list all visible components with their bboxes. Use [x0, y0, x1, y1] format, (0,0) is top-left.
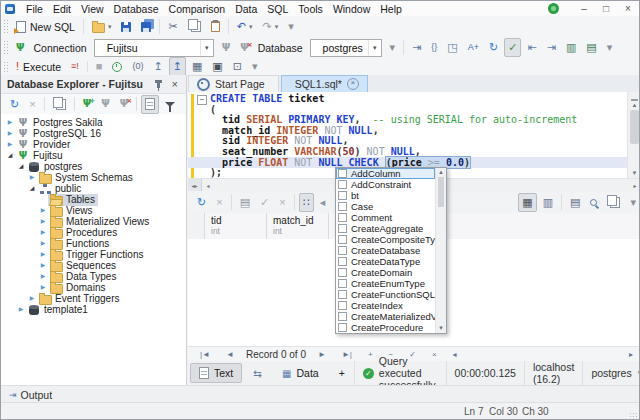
fold-toggle-icon[interactable]: − [197, 95, 207, 105]
resize-grip[interactable] [629, 412, 637, 420]
tree-item-system-schemas[interactable]: ▶System Schemas [1, 172, 186, 183]
new-sql-button[interactable]: New SQL [12, 17, 79, 36]
query-plan-button[interactable] [108, 57, 126, 76]
snippet-checkbox-icon[interactable] [338, 235, 347, 244]
highlight-button[interactable]: ▤ [236, 193, 254, 212]
menu-tools[interactable]: Tools [293, 1, 328, 16]
collapsed-arrow-icon[interactable]: ▶ [38, 271, 48, 282]
column-visibility-button[interactable]: ▤ [566, 193, 584, 212]
surround-braces-icon[interactable]: {} [427, 38, 441, 57]
refresh-button[interactable]: ↻ [6, 95, 23, 114]
open-file-button[interactable]: ▾ [88, 17, 116, 36]
output-tab[interactable]: ⇥ Output [1, 386, 60, 403]
autocomplete-item-createdatatype[interactable]: CreateDataType [336, 256, 435, 267]
revert-changes-button[interactable]: × [275, 193, 289, 212]
tree-item-data-types[interactable]: ▶Data Types [1, 271, 186, 282]
sql-toolbar-options-button[interactable]: ▾ [603, 38, 617, 57]
code-line-1[interactable]: CREATE TABLE ticket [188, 94, 628, 105]
collapsed-arrow-icon[interactable]: ▶ [38, 216, 48, 227]
scroll-up-icon[interactable]: ▲ [436, 168, 446, 177]
grid-options-button[interactable]: ▾ [626, 193, 640, 212]
autocomplete-item-createdomain[interactable]: CreateDomain [336, 267, 435, 278]
snippet-checkbox-icon[interactable] [338, 312, 347, 321]
tree-item-domains[interactable]: ▶Domains [1, 282, 186, 293]
autocomplete-item-createcompositetype[interactable]: CreateCompositeType [336, 234, 435, 245]
tree-item-materialized-views[interactable]: ▶Materialized Views [1, 216, 186, 227]
autocomplete-item-createenumtype[interactable]: CreateEnumType [336, 278, 435, 289]
collapsed-arrow-icon[interactable]: ▶ [5, 139, 15, 150]
autocomplete-item-addcolumn[interactable]: AddColumn [336, 168, 435, 179]
tree-item-tables[interactable]: Tables [1, 194, 186, 205]
incremental-search-button[interactable] [586, 193, 601, 212]
card-view-button[interactable]: ▥ [539, 193, 557, 212]
tree-item-sequences[interactable]: ▶Sequences [1, 260, 186, 271]
expanded-arrow-icon[interactable]: ◢ [5, 150, 15, 161]
export-results-button[interactable]: ↥ [149, 57, 166, 76]
new-window-button[interactable]: ⊡ [229, 57, 246, 76]
snippet-checkbox-icon[interactable] [338, 290, 347, 299]
collapsed-arrow-icon[interactable]: ▶ [38, 238, 48, 249]
tree-item-provider[interactable]: ▶ΨProvider [1, 139, 186, 150]
connect-button[interactable]: Ψ [97, 95, 114, 114]
app-icon[interactable] [5, 4, 15, 14]
uncomment-lines-icon[interactable]: ▤ [582, 38, 600, 57]
collapsed-arrow-icon[interactable]: ▶ [5, 117, 15, 128]
snippet-checkbox-icon[interactable] [338, 246, 347, 255]
save-button[interactable] [117, 17, 135, 36]
execute-toolbar-options-button[interactable]: ▾ [248, 57, 262, 76]
refresh-data-button[interactable]: ↻ [193, 193, 210, 212]
snippet-checkbox-icon[interactable] [338, 224, 347, 233]
snippet-checkbox-icon[interactable] [338, 180, 347, 189]
close-panel-icon[interactable]: × [172, 78, 178, 90]
expanded-arrow-icon[interactable]: ◢ [16, 161, 26, 172]
new-connection-button[interactable]: Ψ+ [79, 95, 96, 114]
import-data-button[interactable]: ↥ [169, 57, 186, 76]
toolbar-options-button[interactable]: ▾ [284, 17, 298, 36]
menu-window[interactable]: Window [328, 1, 375, 16]
tab-text[interactable]: Text [190, 363, 242, 383]
scroll-left-icon[interactable]: ◂ [202, 182, 214, 189]
refresh-code-icon[interactable]: ↻ [485, 38, 502, 57]
database-selector[interactable]: postgres ▾ [582, 361, 640, 385]
font-increase-icon[interactable]: A+ [464, 38, 483, 57]
execute-script-button[interactable]: ≡! [67, 57, 83, 76]
expanded-arrow-icon[interactable]: ◢ [27, 183, 37, 194]
collapse-results-button[interactable]: ◂ [316, 193, 330, 212]
tree-item-template1[interactable]: ▶template1 [1, 304, 186, 315]
comment-lines-icon[interactable]: ▥ [562, 38, 580, 57]
collapsed-arrow-icon[interactable]: ▶ [5, 128, 15, 139]
menu-view[interactable]: View [76, 1, 109, 16]
menu-edit[interactable]: Edit [48, 1, 76, 16]
execute-button[interactable]: !Execute [12, 57, 65, 76]
collapsed-arrow-icon[interactable]: ▶ [27, 293, 37, 304]
menu-sql[interactable]: SQL [262, 1, 293, 16]
connection-select[interactable]: Fujitsu▾ [94, 39, 214, 57]
code-line-6[interactable]: seat_number VARCHAR(50) NOT NULL, [188, 147, 628, 158]
scroll-down-icon[interactable]: ▼ [436, 324, 446, 333]
vscroll-thumb[interactable] [630, 110, 639, 144]
tab-data[interactable]: ▦ Data [273, 363, 328, 383]
autocomplete-scrollbar[interactable]: ▲ ▼ [435, 168, 446, 333]
autocomplete-item-createfunctionsql[interactable]: CreateFunctionSQL [336, 289, 435, 300]
autocomplete-item-creatematerializedview[interactable]: CreateMaterializedView [336, 311, 435, 322]
account-avatar-icon[interactable] [548, 3, 559, 14]
snippet-checkbox-icon[interactable] [338, 169, 347, 178]
indent-decrease-icon[interactable]: ⇤ [523, 38, 540, 57]
tree-item-public[interactable]: ◢public [1, 183, 186, 194]
autocomplete-item-bt[interactable]: bt [336, 190, 435, 201]
tree-item-postgres-sakila[interactable]: ▶ΨPostgres Sakila [1, 117, 186, 128]
menu-help[interactable]: Help [375, 1, 407, 16]
query-builder-button[interactable]: ▦ [188, 57, 206, 76]
menu-file[interactable]: File [21, 1, 48, 16]
scroll-up-icon[interactable]: ▲ [628, 101, 640, 110]
splitter-handle-icon[interactable] [631, 93, 638, 101]
column-header-tid[interactable]: tidint [205, 213, 267, 239]
autocomplete-item-comment[interactable]: Comment [336, 212, 435, 223]
autocomplete-item-createindex[interactable]: CreateIndex [336, 300, 435, 311]
remove-connection-icon[interactable]: Ψ× [236, 38, 253, 57]
bookmark-icon[interactable]: ◳ [443, 38, 461, 57]
pin-panel-icon[interactable] [157, 83, 160, 88]
profiler-button[interactable]: (0) [128, 57, 147, 76]
maximize-button[interactable]: □ [595, 3, 617, 14]
copy-button[interactable] [184, 17, 205, 36]
